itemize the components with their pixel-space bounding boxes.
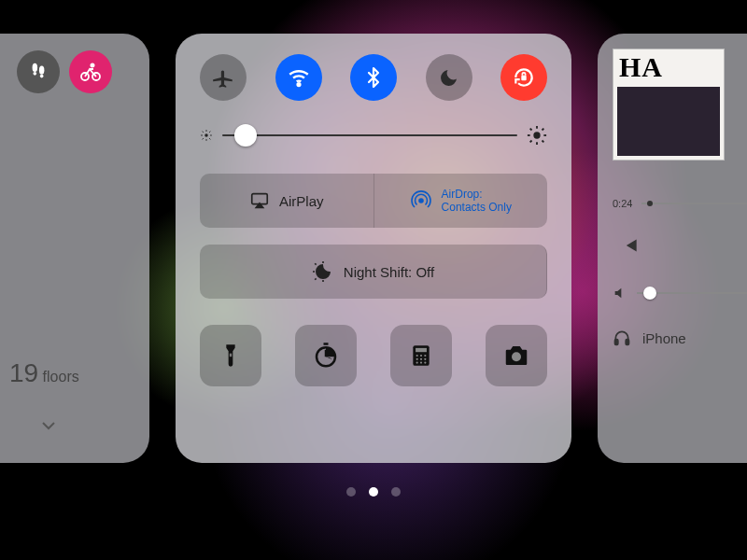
brightness-track[interactable]	[222, 134, 517, 136]
svg-line-15	[209, 138, 210, 139]
svg-point-48	[512, 352, 521, 361]
svg-point-9	[204, 133, 208, 137]
volume-track[interactable]	[637, 292, 747, 294]
album-art[interactable]: HA	[613, 49, 725, 161]
svg-point-44	[424, 358, 426, 360]
svg-line-31	[315, 263, 316, 264]
headphones-icon	[613, 329, 631, 347]
svg-line-23	[530, 129, 532, 131]
svg-rect-38	[416, 348, 427, 352]
calculator-button[interactable]	[390, 325, 452, 386]
svg-line-16	[203, 138, 204, 139]
svg-point-46	[420, 362, 422, 364]
svg-point-3	[40, 75, 44, 78]
elapsed-time: 0:24	[613, 198, 632, 209]
volume-low-icon	[613, 286, 627, 301]
svg-rect-34	[230, 354, 232, 357]
floors-value: 19	[9, 358, 38, 387]
airdrop-label-line2: Contacts Only	[442, 201, 512, 214]
svg-point-47	[424, 362, 426, 364]
svg-point-18	[533, 132, 540, 138]
svg-point-2	[34, 72, 37, 76]
progress-thumb[interactable]	[647, 201, 653, 206]
svg-line-32	[315, 278, 316, 279]
svg-line-26	[543, 129, 544, 131]
playback-progress[interactable]: 0:24	[613, 198, 747, 209]
brightness-slider[interactable]	[200, 125, 547, 146]
svg-point-43	[420, 358, 422, 360]
svg-point-41	[424, 355, 426, 357]
chevron-down-icon[interactable]	[37, 414, 60, 437]
airdrop-icon	[410, 189, 432, 212]
night-shift-label: Night Shift: Off	[344, 264, 434, 280]
activity-panel: 19 floors	[0, 34, 149, 463]
airdrop-label-line1: AirDrop:	[442, 188, 512, 201]
airplay-icon	[249, 190, 270, 211]
svg-point-7	[297, 83, 300, 86]
svg-point-28	[419, 199, 423, 203]
svg-rect-50	[626, 340, 628, 345]
floors-unit: floors	[43, 369, 79, 385]
brightness-high-icon	[527, 125, 547, 146]
control-center-panel: AirPlay AirDrop: Contacts Only Night Shi…	[176, 34, 571, 463]
airdrop-button[interactable]: AirDrop: Contacts Only	[374, 174, 548, 228]
toggle-row	[200, 54, 547, 101]
volume-slider[interactable]	[613, 286, 747, 301]
audio-device-label: iPhone	[642, 330, 686, 346]
svg-point-42	[416, 358, 418, 360]
brightness-thumb[interactable]	[234, 124, 257, 147]
brightness-low-icon	[200, 129, 213, 142]
airplay-button[interactable]: AirPlay	[200, 174, 374, 228]
svg-line-24	[543, 141, 544, 143]
svg-point-6	[91, 63, 93, 66]
svg-point-39	[416, 355, 418, 357]
activity-cycling-icon[interactable]	[69, 50, 112, 93]
svg-rect-8	[521, 76, 526, 80]
bluetooth-toggle[interactable]	[350, 54, 397, 101]
page-dot-2[interactable]	[391, 487, 401, 497]
svg-point-40	[420, 355, 422, 357]
svg-line-25	[530, 141, 532, 143]
svg-point-1	[39, 66, 44, 75]
album-title: HA	[613, 49, 724, 85]
night-shift-icon	[312, 260, 334, 283]
music-panel: HA 0:24 iPhone	[598, 34, 747, 463]
page-indicator[interactable]	[346, 487, 401, 497]
svg-point-0	[33, 63, 38, 72]
svg-point-45	[416, 362, 418, 364]
night-shift-button[interactable]: Night Shift: Off	[200, 245, 547, 299]
page-dot-0[interactable]	[346, 487, 356, 497]
audio-device-row[interactable]: iPhone	[613, 329, 747, 347]
flashlight-button[interactable]	[200, 325, 261, 386]
activity-steps-icon[interactable]	[17, 50, 60, 93]
progress-track[interactable]	[641, 203, 747, 204]
airplane-toggle[interactable]	[200, 54, 247, 101]
do-not-disturb-toggle[interactable]	[426, 54, 472, 101]
wifi-toggle[interactable]	[275, 54, 322, 101]
floors-readout: 19 floors	[9, 358, 79, 388]
volume-thumb[interactable]	[643, 287, 656, 300]
page-dot-1[interactable]	[369, 487, 378, 497]
svg-line-17	[209, 132, 210, 133]
svg-line-14	[203, 132, 204, 133]
prev-track-button[interactable]	[616, 233, 641, 258]
timer-button[interactable]	[295, 325, 357, 386]
airplay-label: AirPlay	[279, 193, 324, 209]
svg-rect-49	[615, 340, 618, 345]
rotation-lock-toggle[interactable]	[500, 54, 547, 101]
camera-button[interactable]	[486, 325, 547, 386]
